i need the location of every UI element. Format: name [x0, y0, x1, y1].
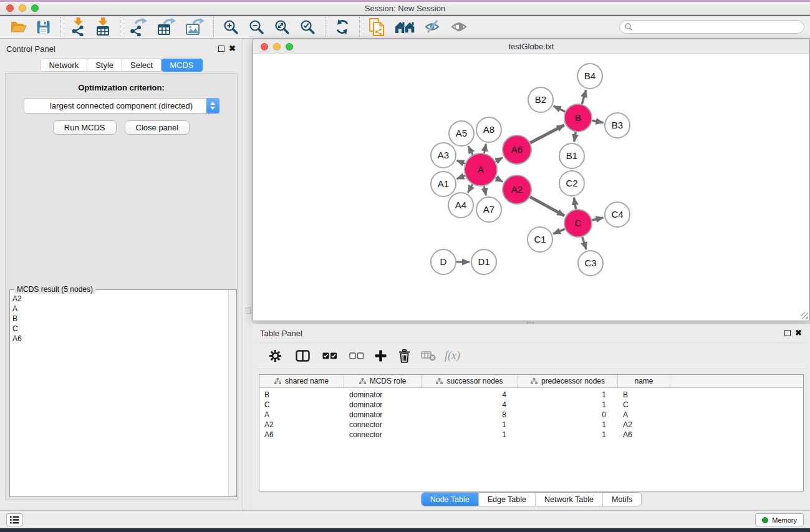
network-document-button[interactable]: [364, 16, 390, 37]
cell-predecessor-nodes[interactable]: 0: [518, 410, 618, 419]
column-view-button[interactable]: [296, 350, 310, 362]
tab-network-table[interactable]: Network Table: [536, 493, 603, 506]
table-settings-button[interactable]: [269, 349, 282, 362]
graph-node-c[interactable]: C: [564, 210, 592, 237]
delete-table-button[interactable]: [421, 351, 436, 361]
graph-node-b2[interactable]: B2: [528, 87, 553, 112]
edge-A-A8[interactable]: [484, 144, 486, 153]
run-mcds-button[interactable]: Run MCDS: [53, 120, 117, 135]
edge-A-A7[interactable]: [484, 186, 486, 195]
cell-mcds-role[interactable]: dominator: [344, 410, 422, 419]
cell-name[interactable]: A6: [618, 430, 670, 439]
edge-B-B2[interactable]: [554, 106, 566, 112]
vertical-split-handle[interactable]: [246, 307, 251, 314]
export-image-button[interactable]: [180, 16, 209, 37]
cell-successor-nodes[interactable]: 4: [422, 390, 518, 399]
cell-name[interactable]: A2: [618, 420, 670, 429]
graph-node-a7[interactable]: A7: [476, 197, 501, 222]
graph-node-a[interactable]: A: [465, 153, 497, 186]
close-panel-icon[interactable]: ✖: [229, 46, 236, 52]
graph-node-a1[interactable]: A1: [431, 172, 456, 196]
cell-shared-name[interactable]: A6: [259, 430, 344, 439]
tab-motifs[interactable]: Motifs: [603, 493, 641, 506]
import-network-button[interactable]: [65, 16, 90, 37]
edge-C-C2[interactable]: [574, 198, 576, 210]
graph-node-d[interactable]: D: [431, 249, 456, 274]
graph-node-b4[interactable]: B4: [577, 64, 602, 89]
result-item-a2[interactable]: A2: [12, 294, 228, 304]
table-row-b[interactable]: Bdominator41B: [259, 390, 803, 400]
result-list-scrollbar[interactable]: [228, 290, 236, 496]
edge-A-A5[interactable]: [468, 146, 473, 155]
graph-node-b3[interactable]: B3: [605, 113, 630, 138]
open-session-button[interactable]: [5, 16, 31, 37]
add-column-button[interactable]: [375, 350, 387, 362]
cell-name[interactable]: A: [618, 410, 670, 419]
network-canvas[interactable]: AA1A2A3A4A5A6A7A8BB1B2B3B4CC1C2C3C4DD1: [253, 55, 809, 321]
column-header-name[interactable]: name: [618, 375, 670, 387]
tab-mcds[interactable]: MCDS: [162, 59, 202, 72]
table-row-c[interactable]: Cdominator41C: [259, 400, 803, 410]
tab-style[interactable]: Style: [87, 59, 122, 72]
graph-node-b1[interactable]: B1: [559, 143, 584, 168]
column-header-predecessor-nodes[interactable]: predecessor nodes: [518, 375, 618, 387]
memory-button[interactable]: Memory: [755, 513, 804, 526]
function-builder-button[interactable]: f(x): [445, 349, 460, 362]
edge-A6-B[interactable]: [530, 125, 564, 143]
import-table-button[interactable]: [90, 16, 115, 37]
cell-mcds-role[interactable]: dominator: [344, 400, 422, 409]
edge-A-A2[interactable]: [496, 178, 503, 181]
cell-successor-nodes[interactable]: 4: [422, 400, 518, 409]
zoom-in-button[interactable]: [218, 16, 244, 37]
tab-select[interactable]: Select: [122, 59, 162, 72]
network-window-titlebar[interactable]: testGlobe.txt: [253, 39, 809, 54]
graph-node-a4[interactable]: A4: [448, 193, 473, 218]
result-item-c[interactable]: C: [12, 324, 228, 334]
cell-predecessor-nodes[interactable]: 1: [518, 390, 618, 399]
cell-mcds-role[interactable]: connector: [344, 420, 422, 429]
edge-B-B1[interactable]: [574, 132, 576, 142]
zoom-fit-button[interactable]: [269, 16, 295, 37]
cell-mcds-role[interactable]: connector: [344, 430, 422, 439]
window-resize-grip[interactable]: [801, 312, 808, 319]
table-row-a2[interactable]: A2connector11A2: [259, 420, 803, 430]
tab-edge-table[interactable]: Edge Table: [479, 493, 536, 506]
export-network-button[interactable]: [125, 16, 152, 37]
optimization-criterion-select[interactable]: largest connected component (directed): [24, 98, 219, 114]
result-item-a6[interactable]: A6: [12, 334, 228, 344]
home-views-button[interactable]: [390, 16, 420, 37]
edge-A-A6[interactable]: [496, 158, 503, 162]
hide-graphics-button[interactable]: [420, 16, 446, 37]
column-header-shared-name[interactable]: shared name: [259, 375, 344, 387]
edge-A-A4[interactable]: [468, 185, 473, 193]
edge-A-A1[interactable]: [456, 176, 465, 179]
cell-shared-name[interactable]: C: [259, 400, 344, 409]
result-item-b[interactable]: B: [12, 314, 228, 324]
cell-name[interactable]: B: [618, 390, 670, 399]
graph-node-a3[interactable]: A3: [431, 143, 456, 168]
edge-A2-C[interactable]: [530, 197, 564, 216]
graph-node-c3[interactable]: C3: [578, 251, 603, 276]
edge-A-A3[interactable]: [456, 160, 465, 163]
task-history-button[interactable]: [6, 513, 23, 526]
edge-C-C3[interactable]: [582, 237, 586, 249]
cell-shared-name[interactable]: A2: [259, 420, 344, 429]
graph-node-d1[interactable]: D1: [471, 249, 496, 274]
search-input[interactable]: [633, 22, 804, 31]
select-stepper[interactable]: [206, 98, 219, 114]
close-table-panel-icon[interactable]: ✖: [795, 330, 802, 336]
table-row-a[interactable]: Adominator80A: [259, 410, 803, 420]
result-item-a[interactable]: A: [12, 304, 228, 314]
cell-successor-nodes[interactable]: 8: [422, 410, 518, 419]
graph-node-a5[interactable]: A5: [449, 121, 474, 146]
apply-layout-button[interactable]: [330, 16, 355, 37]
edge-B-B4[interactable]: [582, 90, 586, 104]
edge-C-C1[interactable]: [553, 229, 565, 234]
zoom-out-button[interactable]: [244, 16, 269, 37]
zoom-selected-button[interactable]: [295, 16, 321, 37]
table-row-a6[interactable]: A6connector11A6: [259, 430, 803, 440]
graph-node-c1[interactable]: C1: [528, 227, 552, 252]
column-header-mcds-role[interactable]: MCDS role: [344, 375, 422, 387]
edge-C-C4[interactable]: [592, 218, 603, 220]
cell-shared-name[interactable]: B: [259, 390, 344, 399]
